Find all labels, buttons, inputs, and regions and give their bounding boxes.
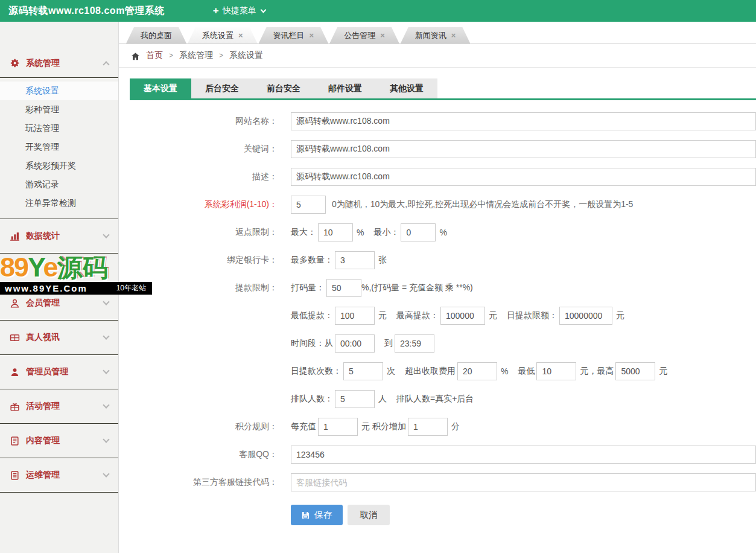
points-per-input[interactable]	[318, 418, 358, 436]
fee-input[interactable]	[457, 362, 497, 380]
bankcard-qty-input[interactable]	[335, 251, 375, 269]
form-row-withdraw-limit: 提款限制： 打码量： %,(打码量 = 充值金额 乘 **%)	[130, 279, 756, 297]
form-actions: 保存 取消	[130, 505, 756, 525]
field-label: 绑定银行卡：	[130, 255, 291, 266]
fee-min-input[interactable]	[536, 362, 576, 380]
sidebar-item-game-record[interactable]: 游戏记录	[0, 175, 118, 194]
unit-fen: 分	[451, 421, 460, 432]
tab-label: 我的桌面	[141, 30, 172, 41]
logo-y: Y	[28, 252, 43, 283]
quick-menu-button[interactable]: + 快捷菜单	[213, 5, 265, 17]
close-icon[interactable]: ×	[380, 31, 385, 40]
sidebar-group-statistics[interactable]: 数据统计	[0, 219, 118, 254]
admin-icon	[10, 367, 20, 377]
subtab-backend-security[interactable]: 后台安全	[191, 78, 253, 98]
sidebar-item-system-settings[interactable]: 系统设置	[0, 82, 118, 100]
sidebar-item-pre-draw[interactable]: 系统彩预开奖	[0, 156, 118, 175]
sidebar-item-play-method[interactable]: 玩法管理	[0, 119, 118, 138]
close-icon[interactable]: ×	[238, 31, 243, 40]
unit-yuan: 元	[616, 310, 624, 321]
logo-89: 89	[0, 252, 28, 283]
unit-yuan: 元	[378, 310, 387, 321]
breadcrumb-separator: >	[219, 51, 223, 60]
sidebar-group-operations[interactable]: 运维管理	[0, 458, 118, 493]
form-row-withdraw-times: 日提款次数： 次 超出收取费用 % 最低 元，最高 元	[130, 362, 756, 380]
sidebar-group-system[interactable]: 系统管理	[0, 49, 118, 78]
rebate-max-input[interactable]	[318, 223, 353, 241]
unit-percent: %	[357, 228, 364, 237]
subtab-basic-settings[interactable]: 基本设置	[130, 78, 191, 98]
member-icon	[10, 298, 20, 308]
keywords-input[interactable]	[291, 140, 756, 158]
form-row-description: 描述：	[130, 168, 756, 186]
time-range-label: 时间段：从	[291, 338, 333, 349]
queue-input[interactable]	[335, 390, 375, 408]
subtab-other-settings[interactable]: 其他设置	[376, 78, 437, 98]
save-button-label: 保存	[314, 510, 332, 521]
save-button[interactable]: 保存	[291, 505, 343, 525]
sidebar-item-lottery-type[interactable]: 彩种管理	[0, 100, 118, 119]
sidebar-group-content[interactable]: 内容管理	[0, 424, 118, 458]
chevron-down-icon	[260, 7, 266, 13]
points-mid-label: 元 积分增加	[361, 421, 406, 432]
subtab-frontend-security[interactable]: 前台安全	[253, 78, 314, 98]
form-row-bankcard: 绑定银行卡： 最多数量： 张	[130, 251, 756, 269]
sidebar-group-activities[interactable]: 活动管理	[0, 389, 118, 424]
sidebar-item-bet-anomaly[interactable]: 注单异常检测	[0, 194, 118, 213]
form-row-queue: 排队人数： 人 排队人数=真实+后台	[130, 390, 756, 408]
time-to-input[interactable]	[395, 334, 434, 353]
tab-news[interactable]: 新闻资讯 ×	[401, 27, 471, 43]
form-row-qq: 客服QQ：	[130, 446, 756, 464]
field-note: %,(打码量 = 充值金额 乘 **%)	[361, 283, 473, 293]
profit-input[interactable]	[291, 196, 326, 214]
form-row-keywords: 关键词：	[130, 140, 756, 158]
top-bar: 源码转载www.rc108.com管理系统 + 快捷菜单	[0, 0, 756, 22]
close-icon[interactable]: ×	[451, 31, 456, 40]
withdraw-min-input[interactable]	[335, 307, 375, 325]
rebate-min-label: 最小：	[373, 227, 399, 238]
service-qq-input[interactable]	[291, 446, 756, 464]
watermark-logo-text: 89Ye源码	[0, 254, 152, 282]
subtab-mail-settings[interactable]: 邮件设置	[314, 78, 376, 98]
sidebar-group-label: 数据统计	[26, 231, 104, 241]
withdraw-times-input[interactable]	[343, 362, 383, 380]
field-note: 排队人数=真实+后台	[396, 394, 474, 404]
field-label: 提款限制：	[130, 283, 291, 293]
daily-limit-input[interactable]	[559, 307, 612, 325]
fee-max-input[interactable]	[615, 362, 655, 380]
sidebar-item-draw-manage[interactable]: 开奖管理	[0, 138, 118, 156]
logo-yuanma: 源码	[57, 254, 108, 282]
breadcrumb-level1: 系统管理	[179, 50, 213, 61]
watermark-bar: www.89YE.Com 10年老站	[0, 282, 152, 295]
field-label-profit: 系统彩利润(1-10)：	[130, 199, 291, 210]
tab-system-settings[interactable]: 系统设置 ×	[188, 27, 258, 43]
description-input[interactable]	[291, 168, 756, 186]
field-label: 第三方客服链接代码：	[130, 477, 291, 488]
sidebar-group-admins[interactable]: 管理员管理	[0, 355, 118, 389]
sidebar: 系统管理 系统设置 彩种管理 玩法管理 开奖管理 系统彩预开奖 游戏记录 注单异…	[0, 22, 119, 553]
gift-icon	[10, 401, 20, 412]
ops-icon	[10, 470, 20, 481]
dama-input[interactable]	[326, 279, 361, 297]
tab-info-columns[interactable]: 资讯栏目 ×	[259, 27, 329, 43]
cancel-button[interactable]: 取消	[348, 505, 390, 525]
watermark-area: 89Ye源码 www.89YE.Com 10年老站	[0, 254, 118, 286]
chevron-down-icon	[103, 401, 109, 408]
fee-min-label: 最低	[518, 366, 535, 377]
tab-my-desktop[interactable]: 我的桌面	[126, 27, 186, 43]
chevron-down-icon	[103, 333, 109, 339]
chevron-down-icon	[103, 436, 109, 443]
sidebar-group-label: 运维管理	[26, 470, 104, 481]
tab-announcements[interactable]: 公告管理 ×	[329, 27, 399, 43]
website-name-input[interactable]	[291, 112, 756, 130]
save-icon	[301, 511, 310, 520]
withdraw-max-input[interactable]	[440, 307, 485, 325]
form-row-points: 积分规则： 每充值 元 积分增加 分	[130, 418, 756, 436]
third-party-code-input[interactable]	[291, 473, 756, 491]
sidebar-group-live-video[interactable]: 真人视讯	[0, 321, 118, 355]
close-icon[interactable]: ×	[310, 31, 314, 40]
time-from-input[interactable]	[335, 334, 375, 353]
points-add-input[interactable]	[408, 418, 448, 436]
rebate-min-input[interactable]	[401, 223, 436, 241]
breadcrumb-home[interactable]: 首页	[146, 50, 163, 61]
